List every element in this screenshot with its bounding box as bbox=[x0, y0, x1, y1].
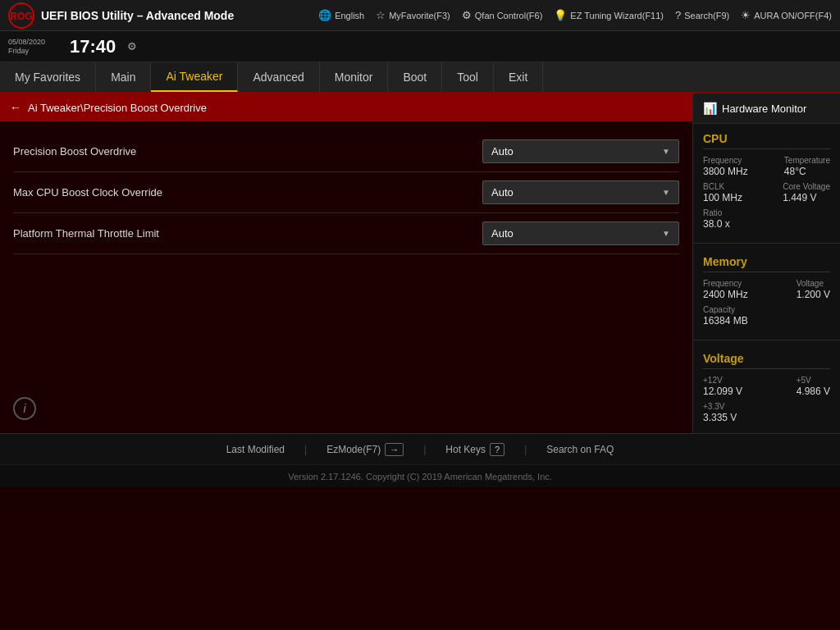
settings-gear-icon[interactable]: ⚙ bbox=[127, 40, 137, 52]
hw-bclk-col: BCLK 100 MHz bbox=[703, 182, 742, 203]
settings-list: Precision Boost Overdrive Auto ▼ Max CPU… bbox=[0, 121, 692, 264]
dropdown-arrow-3-icon: ▼ bbox=[662, 229, 670, 238]
setting-row-thermal-throttle: Platform Thermal Throttle Limit Auto ▼ bbox=[13, 213, 679, 254]
hw-33v-col: +3.3V 3.335 V bbox=[703, 402, 737, 423]
nav-main-label: Main bbox=[111, 71, 135, 84]
hw-volt-row-1: +12V 12.099 V +5V 4.986 V bbox=[703, 376, 830, 397]
rog-logo-icon: ROG bbox=[8, 2, 34, 29]
bottom-bar: Last Modified | EzMode(F7) → | Hot Keys … bbox=[0, 433, 840, 464]
hw-memory-section: Memory Frequency 2400 MHz Voltage 1.200 … bbox=[693, 247, 840, 336]
separator-3: | bbox=[524, 444, 527, 455]
hw-divider-1 bbox=[693, 243, 840, 244]
hw-monitor-header: 📊 Hardware Monitor bbox=[693, 94, 840, 124]
clock-display: 17:40 bbox=[70, 36, 116, 57]
language-icon: 🌐 bbox=[318, 9, 331, 21]
qfan-item[interactable]: ⚙ Qfan Control(F6) bbox=[462, 9, 543, 21]
hot-keys-label: Hot Keys bbox=[445, 444, 486, 455]
max-cpu-boost-dropdown[interactable]: Auto ▼ bbox=[482, 180, 679, 204]
thermal-throttle-value: Auto bbox=[491, 227, 514, 240]
hw-voltage-title: Voltage bbox=[703, 352, 830, 369]
search-item[interactable]: ? Search(F9) bbox=[675, 9, 729, 21]
nav-bar: My Favorites Main Ai Tweaker Advanced Mo… bbox=[0, 62, 840, 94]
hw-cpu-temp-value: 48°C bbox=[784, 166, 830, 177]
top-bar: ROG UEFI BIOS Utility – Advanced Mode 🌐 … bbox=[0, 0, 840, 31]
nav-monitor-label: Monitor bbox=[335, 71, 373, 84]
hot-keys-box: ? bbox=[490, 443, 504, 456]
precision-boost-control: Auto ▼ bbox=[482, 139, 679, 163]
hw-mem-freq-label: Frequency bbox=[703, 279, 748, 288]
hot-keys-item[interactable]: Hot Keys ? bbox=[445, 443, 504, 456]
copyright-text: Version 2.17.1246. Copyright (C) 2019 Am… bbox=[288, 472, 552, 482]
hw-cpu-section: CPU Frequency 3800 MHz Temperature 48°C … bbox=[693, 124, 840, 240]
ezmode-label: EzMode(F7) bbox=[326, 444, 381, 455]
breadcrumb-path: Ai Tweaker\Precision Boost Overdrive bbox=[28, 102, 207, 114]
hw-cpu-row-1: Frequency 3800 MHz Temperature 48°C bbox=[703, 156, 830, 177]
myfavorite-label: MyFavorite(F3) bbox=[389, 11, 450, 21]
hw-capacity-value: 16384 MB bbox=[703, 315, 748, 326]
aura-item[interactable]: ☀ AURA ON/OFF(F4) bbox=[741, 9, 832, 21]
hw-cpu-freq-value: 3800 MHz bbox=[703, 166, 748, 177]
hw-cpu-freq-col: Frequency 3800 MHz bbox=[703, 156, 748, 177]
hw-ratio-value: 38.0 x bbox=[703, 218, 730, 230]
hw-cpu-temp-label: Temperature bbox=[784, 156, 830, 165]
hw-12v-col: +12V 12.099 V bbox=[703, 376, 742, 397]
separator-2: | bbox=[423, 444, 426, 455]
nav-main[interactable]: Main bbox=[96, 62, 151, 92]
hw-voltage-section: Voltage +12V 12.099 V +5V 4.986 V +3.3V … bbox=[693, 344, 840, 433]
hw-5v-col: +5V 4.986 V bbox=[797, 376, 830, 397]
wizard-icon: 💡 bbox=[554, 9, 567, 21]
nav-ai-tweaker[interactable]: Ai Tweaker bbox=[151, 62, 238, 92]
nav-tool[interactable]: Tool bbox=[442, 62, 494, 92]
hw-ratio-label: Ratio bbox=[703, 208, 730, 217]
copyright-bar: Version 2.17.1246. Copyright (C) 2019 Am… bbox=[0, 464, 840, 487]
last-modified-label: Last Modified bbox=[226, 444, 285, 455]
dropdown-arrow-icon: ▼ bbox=[662, 147, 670, 156]
nav-advanced[interactable]: Advanced bbox=[238, 62, 319, 92]
hw-capacity-col: Capacity 16384 MB bbox=[703, 305, 748, 326]
info-area: i bbox=[0, 384, 692, 433]
precision-boost-label: Precision Boost Overdrive bbox=[13, 145, 482, 158]
hw-ratio-col: Ratio 38.0 x bbox=[703, 208, 730, 230]
nav-boot[interactable]: Boot bbox=[388, 62, 442, 92]
question-icon: ? bbox=[675, 9, 681, 21]
logo-area: ROG UEFI BIOS Utility – Advanced Mode bbox=[8, 2, 234, 29]
language-item[interactable]: 🌐 English bbox=[318, 9, 364, 21]
nav-exit-label: Exit bbox=[509, 71, 527, 84]
hw-mem-row-1: Frequency 2400 MHz Voltage 1.200 V bbox=[703, 279, 830, 300]
hw-bclk-value: 100 MHz bbox=[703, 192, 742, 203]
hw-cpu-freq-label: Frequency bbox=[703, 156, 748, 165]
precision-boost-dropdown[interactable]: Auto ▼ bbox=[482, 139, 679, 163]
ezmode-arrow-icon: → bbox=[385, 443, 404, 456]
content-inner: ← Ai Tweaker\Precision Boost Overdrive P… bbox=[0, 94, 692, 433]
nav-advanced-label: Advanced bbox=[253, 71, 304, 84]
info-icon[interactable]: i bbox=[13, 397, 36, 420]
myfavorite-item[interactable]: ☆ MyFavorite(F3) bbox=[376, 9, 450, 21]
hw-12v-label: +12V bbox=[703, 376, 742, 385]
hw-divider-2 bbox=[693, 340, 840, 340]
hw-cpu-title: CPU bbox=[703, 132, 830, 149]
thermal-throttle-control: Auto ▼ bbox=[482, 221, 679, 245]
nav-monitor[interactable]: Monitor bbox=[320, 62, 389, 92]
back-button[interactable]: ← bbox=[10, 101, 21, 114]
last-modified-item[interactable]: Last Modified bbox=[226, 444, 285, 455]
svg-text:ROG: ROG bbox=[10, 11, 32, 22]
hw-core-voltage-value: 1.449 V bbox=[783, 192, 830, 203]
breadcrumb: ← Ai Tweaker\Precision Boost Overdrive bbox=[0, 94, 692, 121]
hw-mem-voltage-label: Voltage bbox=[797, 279, 830, 288]
eztuning-item[interactable]: 💡 EZ Tuning Wizard(F11) bbox=[554, 9, 664, 21]
thermal-throttle-dropdown[interactable]: Auto ▼ bbox=[482, 221, 679, 245]
precision-boost-value: Auto bbox=[491, 145, 514, 158]
setting-row-precision-boost: Precision Boost Overdrive Auto ▼ bbox=[13, 131, 679, 172]
datetime-bar: 05/08/2020 Friday 17:40 ⚙ bbox=[0, 31, 840, 62]
ezmode-item[interactable]: EzMode(F7) → bbox=[326, 443, 404, 456]
hw-memory-title: Memory bbox=[703, 255, 830, 272]
topbar-right: 🌐 English ☆ MyFavorite(F3) ⚙ Qfan Contro… bbox=[318, 9, 832, 21]
aura-label: AURA ON/OFF(F4) bbox=[754, 11, 832, 21]
max-cpu-boost-label: Max CPU Boost Clock Override bbox=[13, 186, 482, 199]
hw-mem-freq-col: Frequency 2400 MHz bbox=[703, 279, 748, 300]
hw-cpu-row-2: BCLK 100 MHz Core Voltage 1.449 V bbox=[703, 182, 830, 203]
main-layout: ← Ai Tweaker\Precision Boost Overdrive P… bbox=[0, 94, 840, 433]
nav-exit[interactable]: Exit bbox=[494, 62, 543, 92]
nav-my-favorites[interactable]: My Favorites bbox=[0, 62, 96, 92]
search-faq-item[interactable]: Search on FAQ bbox=[546, 444, 614, 455]
